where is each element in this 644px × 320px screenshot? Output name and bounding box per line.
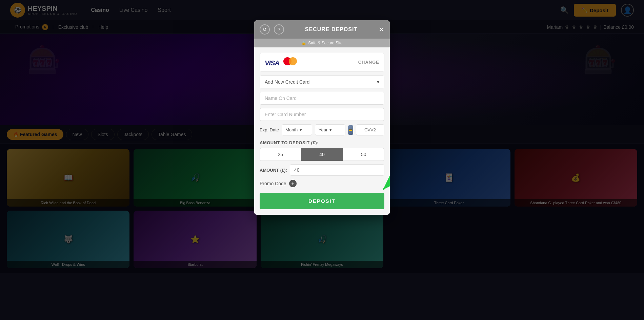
amount-btn-40[interactable]: 40 [301,148,343,161]
year-chevron-icon: ▾ [329,127,332,132]
payment-method-row: VISA CHANGE [260,53,384,71]
name-on-card-input[interactable] [260,92,384,105]
modal-overlay: ↺ ? SECURE DEPOSIT ✕ 🔒 Safe & Secure Sit… [0,0,644,320]
year-select[interactable]: Year ▾ [315,124,345,135]
amount-btn-25[interactable]: 25 [260,148,301,161]
amount-options: 25 40 50 [260,148,384,161]
month-label: Month [285,127,298,132]
lock-icon: 🔒 [301,41,306,45]
visa-logo: VISA [265,59,279,67]
amount-to-deposit-label: AMOUNT TO DEPOSIT (£): [260,140,384,145]
history-icon[interactable]: ↺ [260,24,270,35]
month-select[interactable]: Month ▾ [282,124,312,135]
promo-code-add-button[interactable]: + [289,180,297,187]
exp-date-label: Exp. Date [260,127,279,132]
deposit-submit-button[interactable]: DEPOSIT [260,193,384,209]
card-number-input[interactable] [260,108,384,121]
mastercard-logo [283,57,297,65]
payment-logos: VISA [265,57,297,67]
deposit-modal: ↺ ? SECURE DEPOSIT ✕ 🔒 Safe & Secure Sit… [254,20,390,215]
card-select-label: Add New Credit Card [265,79,309,85]
mc-orange-circle [289,57,297,65]
secure-label: Safe & Secure Site [308,41,342,45]
help-icon[interactable]: ? [274,24,284,35]
amount-input-row: AMOUNT (£): [260,164,384,176]
card-select-dropdown[interactable]: Add New Credit Card ▾ [260,76,384,88]
promo-code-row: Promo Code + [260,180,384,187]
cvv-input[interactable] [356,124,384,135]
year-label: Year [319,127,327,132]
month-chevron-icon: ▾ [300,127,302,132]
amount-btn-50[interactable]: 50 [343,148,384,161]
promo-code-label: Promo Code [260,181,286,186]
modal-close-button[interactable]: ✕ [379,26,384,33]
dropdown-chevron-icon: ▾ [377,79,379,85]
amount-input[interactable] [290,164,384,176]
modal-header: ↺ ? SECURE DEPOSIT ✕ [254,20,390,39]
change-payment-link[interactable]: CHANGE [358,60,379,65]
card-chip-icon: 💳 [348,125,353,135]
modal-body: VISA CHANGE Add New Credit Card ▾ Exp [254,47,390,215]
secure-bar: 🔒 Safe & Secure Site [254,39,390,47]
amount-field-label: AMOUNT (£): [260,168,287,173]
exp-date-row: Exp. Date Month ▾ Year ▾ 💳 [260,124,384,135]
modal-title: SECURE DEPOSIT [288,26,375,33]
